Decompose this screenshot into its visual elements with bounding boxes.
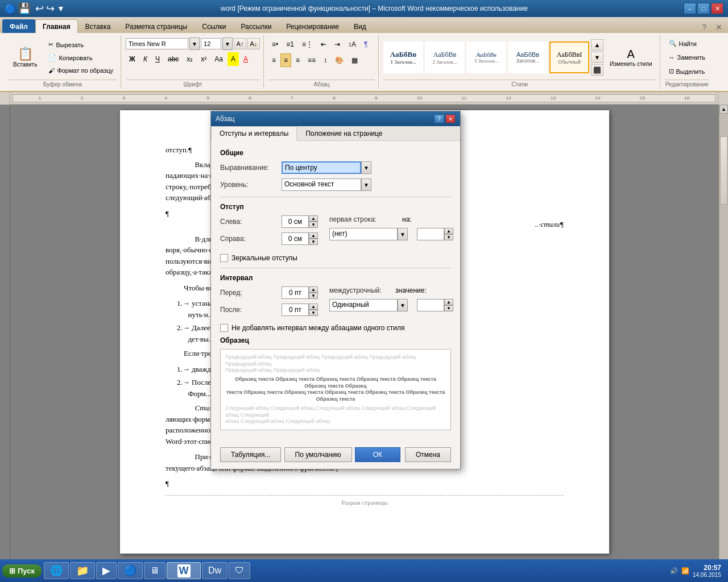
- tab-file[interactable]: Файл: [2, 19, 35, 33]
- shading-btn[interactable]: 🎨: [332, 53, 347, 67]
- multilevel-btn[interactable]: ≡⋮: [299, 38, 316, 51]
- bullets-btn[interactable]: ≡•: [268, 38, 282, 51]
- dialog-tab-position[interactable]: Положение на странице: [297, 126, 391, 141]
- indent-right-input[interactable]: [282, 232, 309, 245]
- scroll-track[interactable]: [719, 114, 728, 560]
- alignment-select[interactable]: По центру: [282, 161, 361, 174]
- find-btn[interactable]: 🔍 Найти: [665, 38, 701, 49]
- first-line-arrow[interactable]: ▼: [398, 228, 408, 240]
- style-heading3[interactable]: АаБбВв 3 Заголов...: [466, 41, 506, 73]
- show-marks-btn[interactable]: ¶: [361, 38, 371, 51]
- font-shrink-btn[interactable]: A↓: [247, 38, 260, 49]
- maximize-btn[interactable]: □: [697, 3, 710, 14]
- bold-btn[interactable]: Ж: [126, 52, 139, 66]
- subscript-btn[interactable]: x₂: [183, 52, 196, 66]
- no-space-checkbox[interactable]: [220, 324, 228, 332]
- indent-left-input[interactable]: [282, 215, 309, 228]
- tab-references[interactable]: Ссылки: [195, 19, 233, 33]
- replace-btn[interactable]: ↔ Заменить: [665, 52, 709, 63]
- highlight-btn[interactable]: A: [228, 52, 239, 66]
- taskbar-av[interactable]: 🛡: [229, 562, 250, 579]
- superscript-btn[interactable]: x²: [197, 52, 210, 66]
- default-btn[interactable]: По умолчанию: [284, 447, 352, 462]
- taskbar-explorer[interactable]: 📁: [70, 562, 95, 579]
- dialog-help-btn[interactable]: ?: [434, 114, 444, 123]
- tab-home[interactable]: Главная: [35, 19, 78, 33]
- minimize-btn[interactable]: –: [684, 3, 696, 14]
- style-normal[interactable]: АаБбВвI Обычный: [549, 41, 589, 73]
- tab-insert[interactable]: Вставка: [78, 19, 118, 33]
- taskbar-word[interactable]: W: [167, 562, 201, 579]
- tab-view[interactable]: Вид: [346, 19, 374, 33]
- mirror-checkbox[interactable]: [220, 254, 228, 262]
- taskbar-app5[interactable]: 🖥: [144, 562, 166, 579]
- indent-right-down[interactable]: ▼: [309, 239, 318, 245]
- cut-btn[interactable]: ✂ Вырезать: [44, 39, 117, 51]
- underline-btn[interactable]: Ч: [152, 52, 163, 66]
- sort-btn[interactable]: ↕A: [345, 38, 359, 51]
- line-spacing-btn[interactable]: ↕: [320, 53, 330, 67]
- styles-scroll-down[interactable]: ▼: [591, 52, 603, 63]
- by-input[interactable]: [417, 228, 444, 240]
- help-icon[interactable]: ?: [698, 22, 710, 33]
- italic-btn[interactable]: К: [140, 52, 151, 66]
- level-dropdown-arrow[interactable]: ▼: [361, 178, 371, 191]
- select-btn[interactable]: ⊡ Выделить: [665, 65, 709, 77]
- by-down[interactable]: ▼: [444, 234, 453, 240]
- font-name-input[interactable]: [126, 38, 188, 49]
- format-painter-btn[interactable]: 🖌 Формат по образцу: [44, 65, 117, 76]
- increase-indent-btn[interactable]: ⇥: [331, 38, 344, 51]
- before-down[interactable]: ▼: [309, 293, 318, 299]
- align-center-btn[interactable]: ≡: [280, 53, 291, 67]
- dialog-close-btn[interactable]: ✕: [445, 114, 456, 123]
- decrease-indent-btn[interactable]: ⇤: [317, 38, 330, 51]
- taskbar-chrome[interactable]: 🔵: [118, 562, 143, 579]
- cancel-btn[interactable]: Отмена: [405, 447, 451, 462]
- close-btn[interactable]: ✕: [711, 3, 723, 14]
- indent-right-up[interactable]: ▲: [309, 232, 318, 239]
- align-right-btn[interactable]: ≡: [292, 53, 303, 67]
- font-name-dropdown[interactable]: ▼: [189, 38, 200, 50]
- tab-review[interactable]: Рецензирование: [279, 19, 346, 33]
- paragraph-dialog[interactable]: Абзац ? ✕ Отступы и интервалы Положение …: [210, 111, 461, 469]
- change-styles-btn[interactable]: A Изменить стили: [606, 45, 656, 70]
- taskbar-ie[interactable]: 🌐: [44, 562, 69, 579]
- tabulation-btn[interactable]: Табуляция...: [220, 447, 281, 462]
- strikethrough-btn[interactable]: abc: [164, 52, 182, 66]
- before-input[interactable]: [282, 286, 309, 299]
- copy-btn[interactable]: 📄 Копировать: [44, 52, 117, 64]
- tab-mailings[interactable]: Рассылки: [233, 19, 279, 33]
- scroll-up-btn[interactable]: ▲: [719, 105, 728, 114]
- close-doc-icon[interactable]: ✕: [712, 22, 726, 33]
- level-select[interactable]: Основной текст: [282, 178, 361, 191]
- tab-layout[interactable]: Разметка страницы: [118, 19, 195, 33]
- numbered-btn[interactable]: ≡1: [283, 38, 297, 51]
- before-up[interactable]: ▲: [309, 286, 318, 293]
- alignment-dropdown-arrow[interactable]: ▼: [361, 161, 371, 174]
- style-heading4[interactable]: АаБбВв Заголов...: [508, 41, 548, 73]
- taskbar-dw[interactable]: Dw: [202, 562, 228, 579]
- styles-scroll-up[interactable]: ▲: [591, 39, 603, 51]
- after-up[interactable]: ▲: [309, 304, 318, 310]
- paste-btn[interactable]: 📋 Вставить: [8, 45, 42, 70]
- style-heading1[interactable]: АаБбВв 1 Заголов...: [383, 41, 423, 73]
- justify-btn[interactable]: ≡≡: [304, 53, 319, 67]
- start-btn[interactable]: ⊞ Пуск: [2, 564, 42, 577]
- after-down[interactable]: ▼: [309, 310, 318, 316]
- line-spacing-arrow[interactable]: ▼: [398, 299, 408, 311]
- ok-btn[interactable]: ОК: [355, 447, 400, 462]
- value-down[interactable]: ▼: [444, 305, 453, 311]
- after-input[interactable]: [282, 304, 309, 316]
- dialog-tab-indents[interactable]: Отступы и интервалы: [211, 126, 297, 141]
- line-spacing-select[interactable]: Одинарный: [329, 299, 398, 311]
- indent-left-down[interactable]: ▼: [309, 222, 318, 228]
- font-size-input[interactable]: [201, 38, 221, 49]
- indent-left-up[interactable]: ▲: [309, 215, 318, 222]
- border-btn[interactable]: ▦: [348, 53, 361, 67]
- font-size-dropdown[interactable]: ▼: [222, 38, 233, 50]
- styles-expand[interactable]: ⬛: [591, 64, 603, 76]
- style-heading2[interactable]: АаБбВв 2 Заголов...: [425, 41, 465, 73]
- value-up[interactable]: ▲: [444, 299, 453, 305]
- font-grow-btn[interactable]: A↑: [234, 38, 246, 49]
- by-up[interactable]: ▲: [444, 228, 453, 234]
